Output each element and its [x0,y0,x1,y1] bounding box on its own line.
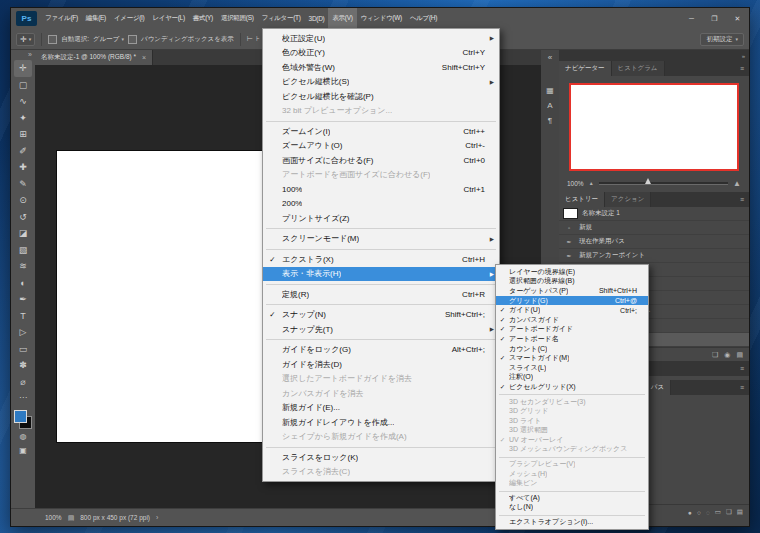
submenu-item[interactable]: スライス(L) [496,363,648,373]
menubar-item[interactable]: フィルター(T) [258,8,305,29]
submenu-item[interactable]: ✓ UV オーバーレイ [496,435,648,445]
menu-item[interactable]: スライスをロック(K) [263,450,499,465]
history-state-row[interactable]: ✒ 現在作業用パス [559,235,749,249]
submenu-item[interactable]: 3D 選択範囲 [496,426,648,436]
menu-item[interactable]: ズームアウト(O) Ctrl+- [263,139,499,154]
submenu-item[interactable]: すべて(A) [496,493,648,503]
workspace-switcher[interactable]: 初期設定 ▾ [700,33,744,46]
menu-item[interactable]: 表示・非表示(H) ▶ [263,267,499,282]
eyedropper-tool[interactable]: ✐ [14,143,32,160]
pen-tool[interactable]: ✒ [14,291,32,308]
menu-item[interactable]: ガイドをロック(G) Alt+Ctrl+; [263,343,499,358]
menu-item[interactable]: 選択したアートボードガイドを消去 [263,372,499,387]
submenu-item[interactable]: なし(N) [496,503,648,513]
menubar-item[interactable]: 編集(E) [82,8,110,29]
menu-item[interactable]: 200% [263,197,499,212]
menu-item[interactable]: アートボードを画面サイズに合わせる(F) [263,168,499,183]
history-snapshot-row[interactable]: 名称未設定 1 [559,207,749,221]
align-center-h-icon[interactable]: ⊦ [256,35,260,43]
maximize-button[interactable]: ❐ [703,8,726,29]
menu-item[interactable] [263,118,499,124]
expand-panels-icon[interactable]: « [541,50,559,65]
menu-item[interactable]: カンバスガイドを消去 [263,386,499,401]
panel-tab[interactable]: ヒストグラム [612,61,665,76]
paragraph-panel-icon[interactable]: ¶ [541,113,559,128]
panel-tab[interactable]: ヒストリー [559,192,605,207]
tool-preset-picker[interactable]: ✛ ▾ [16,33,35,46]
panel-menu-icon[interactable]: ≡ [735,61,749,76]
collapse-tools-icon[interactable]: » [28,50,32,60]
menu-item[interactable]: ✓ スナップ(N) Shift+Ctrl+; [263,308,499,323]
submenu-item[interactable]: ターゲットパス(P) Shift+Ctrl+H [496,286,648,296]
shape-tool[interactable]: ▭ [14,341,32,358]
stroke-path-icon[interactable]: ○ [697,509,701,516]
submenu-item[interactable]: 3D ライト [496,416,648,426]
close-button[interactable]: ✕ [726,8,749,29]
navigator-zoom-value[interactable]: 100% [567,180,584,187]
zoom-field[interactable]: 100% [45,514,62,521]
blur-tool[interactable]: ≋ [14,258,32,275]
navigator-proxy-preview[interactable] [569,83,739,171]
fill-path-icon[interactable]: ● [688,509,692,516]
vector-mask-icon[interactable]: ▭ [715,508,721,516]
submenu-item[interactable]: 注釈(O) [496,373,648,383]
panel-tab[interactable]: ナビゲーター [559,61,612,76]
menu-item[interactable]: 色域外警告(W) Shift+Ctrl+Y [263,60,499,75]
menubar-item[interactable]: レイヤー(L) [148,8,188,29]
menu-item[interactable] [263,226,499,232]
clone-stamp-tool[interactable]: ⊙ [14,192,32,209]
menu-item[interactable]: ピクセル縦横比(S) ▶ [263,75,499,90]
zoom-out-icon[interactable]: ▲ [589,180,594,186]
menu-item[interactable] [263,246,499,252]
menubar-item[interactable]: イメージ(I) [110,8,149,29]
color-panel-icon[interactable]: ▦ [541,83,559,98]
menu-item[interactable]: 新規ガイドレイアウトを作成... [263,415,499,430]
eraser-tool[interactable]: ◪ [14,225,32,242]
align-left-icon[interactable]: ⊢ [247,35,253,43]
submenu-item[interactable]: 編集ピン [496,478,648,488]
submenu-item[interactable] [496,488,648,493]
submenu-item[interactable] [496,512,648,517]
menubar-item[interactable]: ヘルプ(H) [406,8,441,29]
panel-menu-icon[interactable]: ≡ [735,192,749,207]
auto-select-target-dropdown[interactable]: グループ ▾ [93,35,124,44]
submenu-item[interactable] [496,392,648,397]
menu-item[interactable]: 32 bit プレビューオプション... [263,104,499,119]
navigator-zoom-slider[interactable] [599,182,729,185]
edit-toolbar-button[interactable]: ⋯ [14,390,32,404]
delete-state-icon[interactable]: ▤ [736,351,743,359]
history-brush-tool[interactable]: ↺ [14,209,32,226]
minimize-button[interactable]: ─ [680,8,703,29]
document-tab[interactable]: 名称未設定-1 @ 100% (RGB/8) * × [35,50,153,65]
history-state-row[interactable]: ▫ 新規 [559,221,749,235]
menu-item[interactable]: スナップ先(T) ▶ [263,322,499,337]
menu-item[interactable]: 色の校正(Y) Ctrl+Y [263,46,499,61]
submenu-item[interactable]: エクストラオプション(I)... [496,517,648,527]
submenu-item[interactable]: ✓ スマートガイド(M) [496,353,648,363]
character-panel-icon[interactable]: A [541,98,559,113]
gradient-tool[interactable]: ▧ [14,242,32,259]
move-tool[interactable]: ✛ [14,60,32,77]
menubar-item[interactable]: 3D(D) [305,8,329,29]
collapse-panels-icon[interactable]: » [742,53,745,59]
submenu-item[interactable]: ✓ ガイド(U) Ctrl+; [496,305,648,315]
status-options-chevron-icon[interactable]: › [156,514,158,521]
crop-tool[interactable]: ⊞ [14,126,32,143]
panel-menu-icon[interactable]: ≡ [735,380,749,395]
submenu-item[interactable]: 3D セカンダリビュー(3) [496,397,648,407]
menu-item[interactable]: ✓ エクストラ(X) Ctrl+H [263,252,499,267]
new-snapshot-icon[interactable]: ◉ [724,351,730,359]
submenu-item[interactable]: 3D グリッド [496,406,648,416]
menu-item[interactable]: スクリーンモード(M) ▶ [263,232,499,247]
history-state-row[interactable]: ✒ 新規アンカーポイント [559,249,749,263]
new-path-icon[interactable]: ❏ [726,508,732,516]
auto-select-checkbox[interactable] [48,35,57,44]
submenu-item[interactable]: メッシュ(H) [496,469,648,479]
screen-mode-button[interactable]: ▣ [14,443,32,457]
menu-item[interactable]: ズームイン(I) Ctrl++ [263,124,499,139]
menu-item[interactable]: ピクセル縦横比を確認(P) [263,89,499,104]
marquee-tool[interactable]: ▢ [14,77,32,94]
panel-menu-icon[interactable]: ≡ [735,361,749,376]
menubar-item[interactable]: 書式(Y) [189,8,217,29]
quick-mask-button[interactable]: ◍ [14,429,32,443]
